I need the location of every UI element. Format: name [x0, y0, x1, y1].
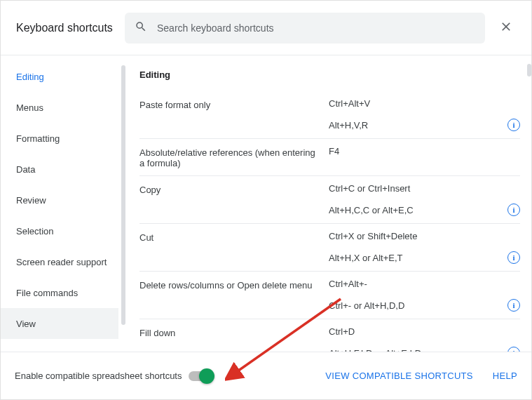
close-button[interactable]: [492, 14, 520, 42]
shortcut-label: Absolute/relative references (when enter…: [139, 146, 329, 168]
sidebar-item-label: Navigation: [16, 349, 59, 352]
info-icon[interactable]: i: [507, 347, 520, 352]
close-icon: [499, 20, 513, 36]
content-scrollbar[interactable]: [527, 64, 531, 76]
sidebar-item-view[interactable]: View: [1, 308, 118, 339]
sidebar-item-review[interactable]: Review: [1, 185, 118, 215]
dialog-title: Keyboard shortcuts: [16, 22, 125, 34]
info-icon[interactable]: i: [507, 299, 520, 312]
shortcut-key: Ctrl+D: [329, 326, 355, 337]
view-compatible-shortcuts-link[interactable]: VIEW COMPATIBLE SHORTCUTS: [325, 371, 472, 381]
shortcut-keys: F4: [329, 146, 520, 168]
shortcut-key: Ctrl+Alt+V: [329, 98, 370, 109]
shortcut-key: Ctrl+X or Shift+Delete: [329, 231, 417, 241]
content: Editing Paste format only Ctrl+Alt+V Alt…: [125, 55, 531, 352]
shortcut-keys: Ctrl+Alt+V Alt+H,V,Ri: [329, 98, 520, 131]
shortcut-keys: Ctrl+D Alt+H,F,I,D or Alt+E,I,Di: [329, 326, 520, 352]
search-icon: [135, 20, 157, 35]
shortcut-keys: Ctrl+C or Ctrl+Insert Alt+H,C,C or Alt+E…: [329, 183, 520, 216]
sidebar-item-file-commands[interactable]: File commands: [1, 277, 118, 308]
shortcut-keys: Ctrl+Alt+- Ctrl+- or Alt+H,D,Di: [329, 279, 520, 312]
shortcut-keys: Ctrl+X or Shift+Delete Alt+H,X or Alt+E,…: [329, 231, 520, 264]
sidebar-item-screen-reader-support[interactable]: Screen reader support: [1, 246, 118, 277]
shortcut-key: Alt+H,V,R: [329, 120, 368, 131]
sidebar-item-formatting[interactable]: Formatting: [1, 123, 118, 154]
sidebar-item-label: Review: [16, 195, 46, 206]
sidebar: Editing Menus Formatting Data Review Sel…: [1, 55, 125, 352]
search-field[interactable]: [125, 13, 485, 44]
info-icon[interactable]: i: [507, 251, 520, 264]
shortcut-row: Paste format only Ctrl+Alt+V Alt+H,V,Ri: [139, 91, 520, 139]
sidebar-item-label: Selection: [16, 226, 53, 236]
shortcut-label: Paste format only: [139, 98, 329, 131]
sidebar-item-selection[interactable]: Selection: [1, 215, 118, 246]
shortcut-key: Ctrl+Alt+-: [329, 279, 367, 289]
shortcut-row: Copy Ctrl+C or Ctrl+Insert Alt+H,C,C or …: [139, 176, 520, 224]
compatible-shortcuts-toggle[interactable]: [189, 371, 212, 381]
header: Keyboard shortcuts: [1, 1, 531, 55]
sidebar-item-data[interactable]: Data: [1, 154, 118, 185]
info-icon[interactable]: i: [507, 204, 520, 216]
sidebar-item-navigation[interactable]: Navigation: [1, 339, 118, 352]
sidebar-item-label: Editing: [16, 72, 44, 82]
sidebar-item-label: Formatting: [16, 133, 60, 144]
help-link[interactable]: HELP: [493, 371, 517, 381]
shortcut-row: Delete rows/columns or Open delete menu …: [139, 272, 520, 319]
shortcut-key: Alt+H,F,I,D or Alt+E,I,D: [329, 348, 421, 352]
shortcut-label: Cut: [139, 231, 329, 264]
search-input[interactable]: [157, 22, 475, 34]
toggle-label: Enable compatible spreadsheet shortcuts: [15, 371, 182, 381]
shortcut-key: Alt+H,X or Alt+E,T: [329, 253, 403, 263]
toggle-knob: [199, 368, 214, 384]
sidebar-item-label: Data: [16, 164, 35, 175]
shortcut-label: Delete rows/columns or Open delete menu: [139, 279, 329, 312]
sidebar-item-menus[interactable]: Menus: [1, 92, 118, 123]
shortcut-key: Ctrl+- or Alt+H,D,D: [329, 300, 404, 311]
shortcut-label: Copy: [139, 183, 329, 216]
shortcut-row: Fill down Ctrl+D Alt+H,F,I,D or Alt+E,I,…: [139, 319, 520, 352]
shortcut-key: Ctrl+C or Ctrl+Insert: [329, 183, 410, 194]
shortcut-row: Cut Ctrl+X or Shift+Delete Alt+H,X or Al…: [139, 224, 520, 272]
body: Editing Menus Formatting Data Review Sel…: [1, 55, 531, 352]
sidebar-item-label: View: [16, 319, 36, 329]
sidebar-item-label: Screen reader support: [16, 257, 107, 267]
info-icon[interactable]: i: [507, 119, 520, 131]
section-title: Editing: [139, 69, 520, 80]
footer: Enable compatible spreadsheet shortcuts …: [1, 352, 531, 399]
shortcut-row: Absolute/relative references (when enter…: [139, 139, 520, 176]
sidebar-item-editing[interactable]: Editing: [1, 61, 118, 92]
sidebar-item-label: Menus: [16, 102, 43, 113]
sidebar-item-label: File commands: [16, 288, 78, 298]
shortcut-key: F4: [329, 146, 339, 156]
shortcut-key: Alt+H,C,C or Alt+E,C: [329, 205, 414, 215]
shortcut-label: Fill down: [139, 326, 329, 352]
